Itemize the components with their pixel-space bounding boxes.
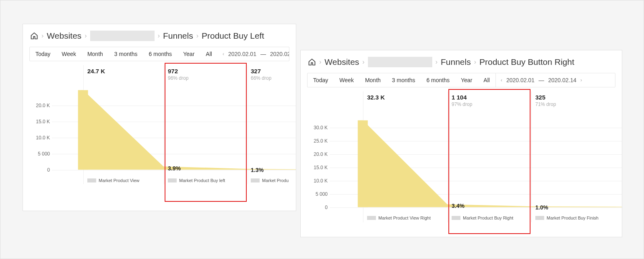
date-sep: —: [539, 77, 544, 83]
y-tick: 30.0 K: [305, 125, 328, 131]
stage-value: 325: [535, 94, 556, 101]
date-sep: —: [260, 51, 266, 57]
swatch-icon: [168, 178, 177, 182]
stage-header: 32.3 K: [367, 94, 385, 101]
breadcrumb-title: Product Buy Button Right: [479, 57, 574, 67]
chevron-right-icon[interactable]: ›: [580, 77, 582, 83]
stage-value: 327: [251, 68, 271, 75]
svg-marker-2: [358, 120, 622, 207]
y-tick: 10.0 K: [28, 135, 50, 141]
preset-year[interactable]: Year: [455, 73, 478, 87]
funnel-area: [330, 91, 622, 222]
preset-year[interactable]: Year: [178, 47, 200, 61]
y-tick: 15.0 K: [28, 119, 50, 124]
stage-label: Market Produ: [251, 178, 289, 183]
chevron-right-icon: ›: [41, 32, 43, 39]
swatch-icon: [367, 216, 376, 220]
date-range-picker[interactable]: ‹ 2020.02.01 — 2020.02.14 ›: [496, 73, 587, 87]
swatch-icon: [251, 178, 260, 182]
preset-all[interactable]: All: [200, 47, 218, 61]
y-tick: 25.0 K: [305, 138, 328, 144]
stage-drop: 96% drop: [168, 75, 188, 81]
breadcrumb-funnels[interactable]: Funnels: [441, 57, 471, 67]
swatch-icon: [535, 216, 544, 220]
chevron-right-icon: ›: [196, 32, 198, 39]
breadcrumb: › Websites › › Funnels › Product Buy But…: [301, 50, 622, 71]
home-icon[interactable]: [30, 32, 38, 40]
y-tick: 10.0 K: [305, 178, 328, 184]
date-range-bar: Today Week Month 3 months 6 months Year …: [307, 73, 615, 87]
preset-today[interactable]: Today: [30, 47, 56, 61]
chevron-right-icon: ›: [319, 58, 321, 66]
preset-week[interactable]: Week: [56, 47, 82, 61]
y-tick: 0: [305, 205, 328, 210]
breadcrumb-site-redacted[interactable]: [368, 57, 432, 67]
stage-drop: 71% drop: [535, 102, 556, 107]
stage-label-text: Market Product Buy Finish: [547, 215, 599, 220]
preset-3months[interactable]: 3 months: [109, 47, 143, 61]
stage-drop: 97% drop: [452, 102, 472, 107]
svg-rect-1: [78, 90, 88, 170]
swatch-icon: [452, 216, 460, 220]
preset-week[interactable]: Week: [334, 73, 359, 87]
stage-label-text: Market Product View: [99, 178, 139, 183]
date-range-picker[interactable]: ‹ 2020.02.01 — 2020.02.14 ›: [218, 47, 289, 61]
stage-label: Market Product Buy Right: [452, 215, 513, 220]
stage-label-text: Market Product View Right: [378, 215, 431, 220]
stage-pct: 1.0%: [535, 204, 548, 211]
stage-header: 327 66% drop: [251, 68, 271, 81]
breadcrumb-websites[interactable]: Websites: [47, 31, 81, 41]
date-from: 2020.02.01: [506, 77, 535, 83]
stage-label-text: Market Product Buy Right: [463, 215, 513, 220]
svg-rect-3: [358, 120, 368, 207]
stage-pct: 3.4%: [452, 203, 464, 209]
preset-month[interactable]: Month: [82, 47, 109, 61]
breadcrumb-funnels[interactable]: Funnels: [163, 31, 193, 41]
stage-value: 1 104: [452, 94, 472, 101]
funnel-chart: 20.0 K 15.0 K 10.0 K 5 000 0 24.7: [23, 65, 296, 198]
y-tick: 0: [28, 167, 50, 173]
breadcrumb: › Websites › › Funnels › Product Buy Lef…: [23, 24, 296, 45]
stage-label: Market Product View: [87, 178, 139, 183]
funnel-panel-left: › Websites › › Funnels › Product Buy Lef…: [23, 24, 296, 211]
stage-header: 24.7 K: [87, 68, 105, 75]
breadcrumb-title: Product Buy Left: [202, 31, 264, 41]
funnel-panel-right: › Websites › › Funnels › Product Buy But…: [300, 50, 622, 237]
y-axis: 20.0 K 15.0 K 10.0 K 5 000 0: [28, 65, 50, 198]
chevron-right-icon: ›: [158, 32, 160, 39]
chevron-right-icon: ›: [362, 58, 364, 66]
breadcrumb-websites[interactable]: Websites: [324, 57, 359, 67]
date-to: 2020.02.14: [548, 77, 576, 83]
date-from: 2020.02.01: [228, 51, 256, 57]
stage-header: 972 96% drop: [168, 68, 188, 81]
stage-pct: 3.9%: [168, 165, 181, 172]
stage-header: 1 104 97% drop: [452, 94, 472, 107]
home-icon[interactable]: [308, 58, 316, 66]
chevron-right-icon: ›: [85, 32, 87, 39]
y-axis: 30.0 K 25.0 K 20.0 K 15.0 K 10.0 K 5 000…: [305, 91, 328, 236]
preset-all[interactable]: All: [478, 73, 495, 87]
stage-pct: 1.3%: [251, 167, 264, 173]
preset-today[interactable]: Today: [308, 73, 334, 87]
y-tick: 5 000: [305, 191, 328, 197]
preset-6months[interactable]: 6 months: [143, 47, 178, 61]
stage-drop: 66% drop: [251, 75, 271, 81]
stage-label-text: Market Product Buy left: [179, 178, 225, 183]
preset-3months[interactable]: 3 months: [386, 73, 421, 87]
stage-header: 325 71% drop: [535, 94, 556, 107]
stage-label: Market Product Buy left: [168, 178, 225, 183]
funnel-chart: 30.0 K 25.0 K 20.0 K 15.0 K 10.0 K 5 000…: [301, 91, 622, 236]
y-tick: 15.0 K: [305, 165, 328, 170]
preset-month[interactable]: Month: [359, 73, 386, 87]
chevron-left-icon[interactable]: ‹: [223, 51, 224, 57]
chevron-left-icon[interactable]: ‹: [501, 77, 502, 83]
stage-label: Market Product Buy Finish: [535, 215, 599, 220]
y-tick: 20.0 K: [305, 151, 328, 157]
breadcrumb-site-redacted[interactable]: [90, 31, 155, 41]
preset-6months[interactable]: 6 months: [421, 73, 455, 87]
stage-label: Market Product View Right: [367, 215, 431, 220]
chevron-right-icon: ›: [474, 58, 476, 66]
date-range-bar: Today Week Month 3 months 6 months Year …: [29, 47, 289, 61]
date-to: 2020.02.14: [270, 51, 289, 57]
stage-label-text: Market Produ: [262, 178, 289, 183]
